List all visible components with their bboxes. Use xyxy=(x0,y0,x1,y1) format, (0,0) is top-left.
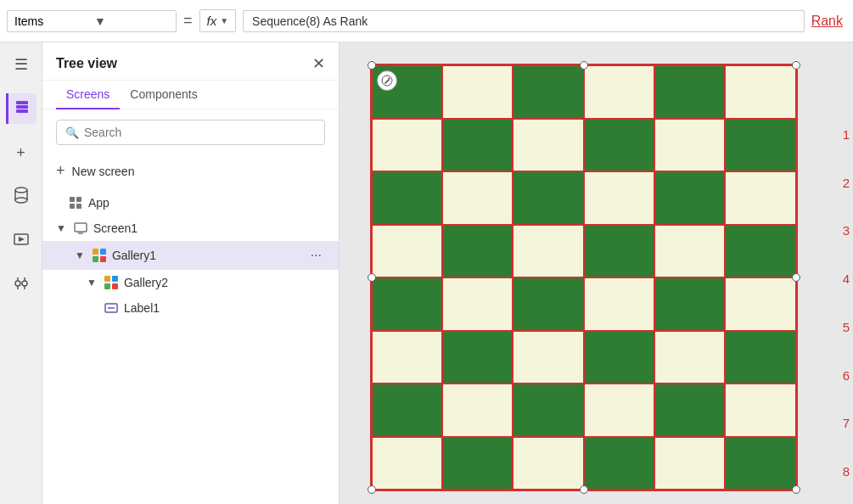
tab-screens[interactable]: Screens xyxy=(56,81,120,109)
cell xyxy=(442,331,513,384)
tab-components[interactable]: Components xyxy=(120,81,207,109)
handle-bottom-right[interactable] xyxy=(792,485,800,494)
expand-icon: ▼ xyxy=(56,222,66,234)
label1-label: Label1 xyxy=(124,301,160,315)
formula-text: Sequence(8) As Rank xyxy=(252,14,368,28)
tree-panel: Tree view ✕ Screens Components 🔍 + New s… xyxy=(42,42,340,504)
new-screen-label: New screen xyxy=(72,165,135,178)
cell xyxy=(372,277,442,331)
svg-rect-14 xyxy=(70,204,75,209)
handle-top-right[interactable] xyxy=(792,61,800,70)
svg-rect-16 xyxy=(75,223,87,232)
screen1-label: Screen1 xyxy=(93,221,137,235)
cell xyxy=(513,277,583,331)
cell xyxy=(372,225,442,278)
search-icon: 🔍 xyxy=(65,126,79,139)
cell xyxy=(372,119,442,172)
fx-box[interactable]: fx ▼ xyxy=(199,9,237,32)
app-label: App xyxy=(88,196,109,210)
formula-bar[interactable]: Sequence(8) As Rank xyxy=(243,10,805,32)
cell xyxy=(654,65,725,119)
cell xyxy=(513,65,583,119)
svg-point-7 xyxy=(22,281,27,286)
svg-rect-23 xyxy=(112,276,118,282)
svg-rect-0 xyxy=(16,101,28,104)
cell xyxy=(513,119,583,172)
close-button[interactable]: ✕ xyxy=(312,54,325,73)
cell xyxy=(654,331,725,384)
svg-rect-15 xyxy=(76,204,81,209)
gallery2-label: Gallery2 xyxy=(124,276,168,289)
equals-icon: = xyxy=(183,12,193,30)
cell xyxy=(725,119,795,172)
tree-header: Tree view ✕ xyxy=(42,42,339,81)
gallery1-icon xyxy=(92,248,107,263)
svg-rect-20 xyxy=(93,256,98,262)
cell xyxy=(725,277,795,331)
hamburger-button[interactable]: ☰ xyxy=(6,49,36,80)
cell xyxy=(654,384,725,437)
rank-4: 4 xyxy=(843,272,850,286)
svg-rect-12 xyxy=(70,197,75,202)
gallery1-more-button[interactable]: ··· xyxy=(307,246,325,265)
tree-item-gallery2[interactable]: ▼ Gallery2 xyxy=(42,270,339,295)
cell xyxy=(513,331,583,384)
cell xyxy=(372,171,442,225)
svg-rect-19 xyxy=(100,249,106,255)
rank-6: 6 xyxy=(843,368,850,383)
cell xyxy=(513,171,583,225)
gallery2-icon xyxy=(104,275,119,290)
layers-icon xyxy=(14,99,30,119)
tree-item-label1[interactable]: Label1 xyxy=(42,295,339,321)
cell xyxy=(372,384,442,437)
handle-bottom-left[interactable] xyxy=(368,485,376,494)
gallery2-expand-icon: ▼ xyxy=(87,277,97,288)
handle-middle-right[interactable] xyxy=(792,273,800,282)
tabs-row: Screens Components xyxy=(42,81,339,109)
media-button[interactable] xyxy=(6,226,36,256)
rank-7: 7 xyxy=(843,416,850,430)
cell xyxy=(584,437,654,490)
tools-button[interactable] xyxy=(6,270,36,300)
gallery1-expand-icon: ▼ xyxy=(75,249,85,261)
tree-item-gallery1[interactable]: ▼ Gallery1 ··· xyxy=(42,241,339,270)
cell xyxy=(654,119,725,172)
svg-rect-18 xyxy=(93,249,98,255)
new-screen-plus-icon: + xyxy=(56,162,65,180)
svg-rect-2 xyxy=(16,109,28,113)
icon-bar: ☰ + xyxy=(0,42,42,504)
cell xyxy=(584,331,654,384)
cell xyxy=(513,437,583,490)
cell xyxy=(513,225,583,278)
cell xyxy=(372,437,442,490)
cell xyxy=(442,437,513,490)
tree-item-app[interactable]: App xyxy=(42,190,339,216)
media-icon xyxy=(14,232,29,251)
tree-item-screen1[interactable]: ▼ Screen1 xyxy=(42,216,339,241)
board-container xyxy=(370,64,798,491)
cell xyxy=(654,171,725,225)
data-button[interactable] xyxy=(6,182,36,212)
rank-3: 3 xyxy=(843,223,850,238)
add-button[interactable]: + xyxy=(6,137,36,168)
screen-icon xyxy=(73,221,88,236)
handle-top-left[interactable] xyxy=(368,61,376,70)
items-dropdown[interactable]: Items ▼ xyxy=(7,10,177,32)
tools-icon xyxy=(14,276,29,295)
handle-middle-left[interactable] xyxy=(368,273,376,282)
handle-bottom-center[interactable] xyxy=(580,485,588,494)
tree-items: App ▼ Screen1 ▼ xyxy=(42,187,339,504)
gallery1-label: Gallery1 xyxy=(112,249,156,262)
cell xyxy=(654,277,725,331)
cell xyxy=(513,384,583,437)
search-input[interactable] xyxy=(84,126,316,139)
cell xyxy=(442,277,513,331)
layers-button[interactable] xyxy=(6,93,36,124)
cell xyxy=(442,225,513,278)
edit-badge[interactable] xyxy=(377,70,397,91)
handle-top-center[interactable] xyxy=(580,61,588,70)
cell xyxy=(372,331,442,384)
cylinder-icon xyxy=(14,187,29,208)
new-screen-button[interactable]: + New screen xyxy=(42,155,339,187)
checkerboard-outer[interactable] xyxy=(370,64,798,491)
